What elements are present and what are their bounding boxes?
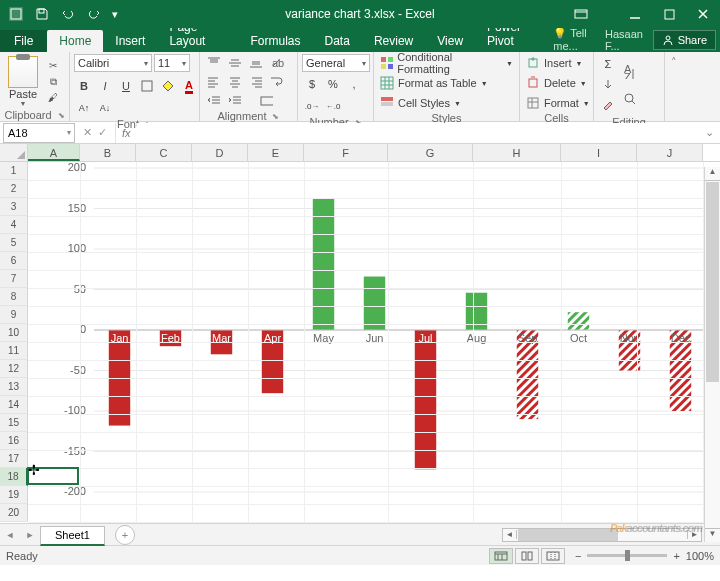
row-header-19[interactable]: 19: [0, 486, 28, 504]
tab-file[interactable]: File: [0, 30, 47, 52]
page-break-view-button[interactable]: [541, 548, 565, 564]
formula-input[interactable]: [137, 123, 699, 143]
orientation-button[interactable]: ab: [267, 54, 287, 72]
zoom-level[interactable]: 100%: [686, 550, 714, 562]
row-header-6[interactable]: 6: [0, 252, 28, 270]
fill-button[interactable]: [598, 75, 618, 95]
row-header-12[interactable]: 12: [0, 360, 28, 378]
customize-qat-button[interactable]: ▾: [108, 2, 122, 26]
normal-view-button[interactable]: [489, 548, 513, 564]
tab-home[interactable]: Home: [47, 30, 103, 52]
row-header-9[interactable]: 9: [0, 306, 28, 324]
currency-button[interactable]: $: [302, 74, 322, 94]
number-format-combo[interactable]: General: [302, 54, 370, 72]
minimize-button[interactable]: [618, 0, 652, 28]
font-color-button[interactable]: A: [179, 76, 199, 96]
row-header-7[interactable]: 7: [0, 270, 28, 288]
sort-filter-button[interactable]: AZ: [620, 59, 640, 85]
column-header-C[interactable]: C: [136, 144, 192, 161]
row-header-16[interactable]: 16: [0, 432, 28, 450]
decrease-decimal-button[interactable]: ←.0: [323, 96, 343, 116]
column-header-F[interactable]: F: [304, 144, 388, 161]
increase-indent-button[interactable]: [225, 92, 245, 110]
tab-insert[interactable]: Insert: [103, 30, 157, 52]
format-painter-button[interactable]: 🖌: [44, 90, 62, 106]
clear-button[interactable]: [598, 96, 618, 116]
tab-review[interactable]: Review: [362, 30, 425, 52]
expand-formula-bar-button[interactable]: ⌄: [699, 126, 720, 139]
row-header-8[interactable]: 8: [0, 288, 28, 306]
vertical-scrollbar[interactable]: ▲ ▼: [704, 167, 720, 542]
row-header-20[interactable]: 20: [0, 504, 28, 522]
align-top-button[interactable]: [204, 54, 224, 72]
tab-view[interactable]: View: [425, 30, 475, 52]
insert-cells-button[interactable]: Insert ▼: [524, 54, 584, 72]
row-header-3[interactable]: 3: [0, 198, 28, 216]
column-header-E[interactable]: E: [248, 144, 304, 161]
merge-center-button[interactable]: [246, 92, 286, 110]
row-header-11[interactable]: 11: [0, 342, 28, 360]
font-size-combo[interactable]: 11: [154, 54, 190, 72]
sheet-nav-prev[interactable]: ◄: [0, 530, 20, 540]
increase-font-button[interactable]: A↑: [74, 98, 94, 118]
border-button[interactable]: [137, 76, 157, 96]
autosum-button[interactable]: Σ: [598, 54, 618, 74]
decrease-indent-button[interactable]: [204, 92, 224, 110]
underline-button[interactable]: U: [116, 76, 136, 96]
zoom-in-button[interactable]: +: [673, 550, 679, 562]
comma-button[interactable]: ,: [344, 74, 364, 94]
row-header-18[interactable]: 18: [0, 468, 28, 486]
column-header-G[interactable]: G: [388, 144, 473, 161]
sheet-tab-sheet1[interactable]: Sheet1: [40, 526, 105, 546]
format-as-table-button[interactable]: Format as Table ▼: [378, 74, 490, 92]
column-header-B[interactable]: B: [80, 144, 136, 161]
user-label[interactable]: Hasaan F...: [605, 28, 647, 52]
page-layout-view-button[interactable]: [515, 548, 539, 564]
fx-icon[interactable]: fx: [116, 127, 137, 139]
cell-styles-button[interactable]: Cell Styles ▼: [378, 94, 463, 112]
align-middle-button[interactable]: [225, 54, 245, 72]
row-header-1[interactable]: 1: [0, 162, 28, 180]
align-center-button[interactable]: [225, 73, 245, 91]
find-select-button[interactable]: [620, 86, 640, 112]
column-header-J[interactable]: J: [637, 144, 703, 161]
select-all-corner[interactable]: [0, 144, 28, 161]
add-sheet-button[interactable]: +: [115, 525, 135, 545]
paste-button[interactable]: Paste ▼: [4, 54, 42, 109]
italic-button[interactable]: I: [95, 76, 115, 96]
tab-formulas[interactable]: Formulas: [239, 30, 313, 52]
delete-cells-button[interactable]: Delete ▼: [524, 74, 589, 92]
increase-decimal-button[interactable]: .0→: [302, 96, 322, 116]
zoom-out-button[interactable]: −: [575, 550, 581, 562]
tell-me[interactable]: 💡 Tell me...: [553, 27, 599, 52]
zoom-slider[interactable]: [587, 554, 667, 557]
conditional-formatting-button[interactable]: Conditional Formatting ▼: [378, 54, 515, 72]
cancel-formula-button[interactable]: ✕: [83, 126, 92, 139]
accept-formula-button[interactable]: ✓: [98, 126, 107, 139]
row-header-10[interactable]: 10: [0, 324, 28, 342]
row-header-4[interactable]: 4: [0, 216, 28, 234]
row-header-17[interactable]: 17: [0, 450, 28, 468]
close-button[interactable]: [686, 0, 720, 28]
save-button[interactable]: [30, 2, 54, 26]
decrease-font-button[interactable]: A↓: [95, 98, 115, 118]
alignment-launcher[interactable]: ⬊: [272, 112, 279, 121]
row-header-5[interactable]: 5: [0, 234, 28, 252]
cells-area[interactable]: -200-150-100-50050100150200JanFebMarAprM…: [28, 162, 720, 522]
copy-button[interactable]: ⧉: [44, 74, 62, 90]
wrap-text-button[interactable]: [267, 73, 287, 91]
font-name-combo[interactable]: Calibri: [74, 54, 152, 72]
collapse-ribbon-button[interactable]: ˄: [664, 52, 682, 121]
percent-button[interactable]: %: [323, 74, 343, 94]
tab-data[interactable]: Data: [313, 30, 362, 52]
bold-button[interactable]: B: [74, 76, 94, 96]
row-header-13[interactable]: 13: [0, 378, 28, 396]
format-cells-button[interactable]: Format ▼: [524, 94, 592, 112]
maximize-button[interactable]: [652, 0, 686, 28]
column-header-H[interactable]: H: [473, 144, 561, 161]
undo-button[interactable]: [56, 2, 80, 26]
ribbon-options-button[interactable]: [564, 0, 598, 28]
column-header-A[interactable]: A: [28, 144, 80, 161]
fill-color-button[interactable]: [158, 76, 178, 96]
align-bottom-button[interactable]: [246, 54, 266, 72]
